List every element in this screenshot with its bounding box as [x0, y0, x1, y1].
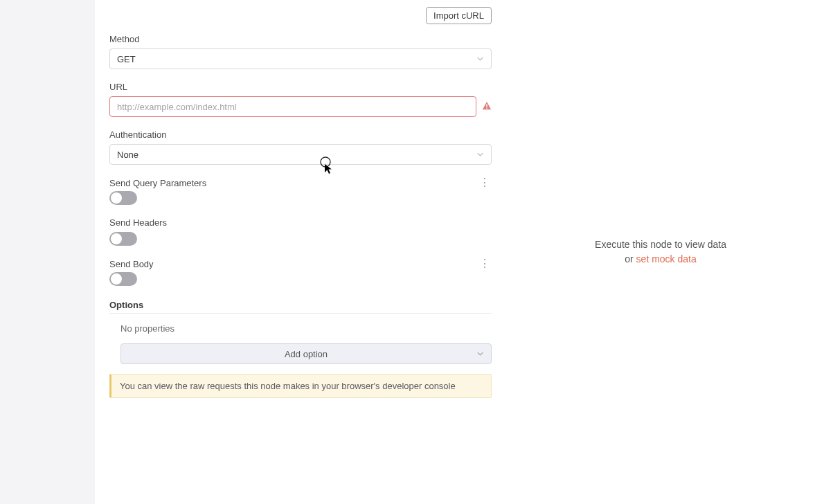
no-properties-text: No properties: [109, 321, 492, 343]
output-or: or: [625, 253, 636, 264]
set-mock-data-link[interactable]: set mock data: [636, 253, 697, 264]
headers-toggle[interactable]: [109, 232, 137, 246]
headers-label: Send Headers: [109, 217, 492, 228]
kebab-icon[interactable]: ⋮: [478, 177, 492, 188]
method-field: Method GET: [109, 34, 492, 69]
svg-rect-0: [486, 104, 487, 107]
chevron-down-icon: [476, 151, 484, 159]
output-line1: Execute this node to view data: [595, 237, 726, 252]
options-header: Options: [109, 300, 492, 314]
body-field: Send Body ⋮: [109, 258, 492, 286]
output-placeholder-text: Execute this node to view data or set mo…: [595, 237, 726, 267]
svg-rect-1: [486, 107, 487, 108]
auth-value: None: [117, 150, 138, 160]
auth-select[interactable]: None: [109, 144, 492, 165]
query-params-field: Send Query Parameters ⋮: [109, 177, 492, 205]
url-input[interactable]: [109, 96, 476, 117]
url-field: URL: [109, 82, 492, 117]
url-label: URL: [109, 82, 492, 92]
method-select[interactable]: GET: [109, 48, 492, 69]
auth-label: Authentication: [109, 129, 492, 140]
hint-banner: You can view the raw requests this node …: [109, 374, 492, 398]
output-panel: Execute this node to view data or set mo…: [506, 0, 815, 504]
method-label: Method: [109, 34, 492, 44]
query-params-toggle[interactable]: [109, 191, 137, 205]
chevron-down-icon: [476, 55, 484, 63]
headers-field: Send Headers: [109, 217, 492, 246]
warning-icon: [482, 101, 492, 113]
import-curl-button[interactable]: Import cURL: [426, 7, 492, 24]
method-value: GET: [117, 54, 136, 64]
query-params-label: Send Query Parameters: [109, 178, 206, 188]
kebab-icon[interactable]: ⋮: [478, 258, 492, 269]
chevron-down-icon: [476, 350, 484, 358]
add-option-label: Add option: [285, 349, 328, 359]
config-panel: Import cURL Method GET URL Authenticatio…: [95, 0, 506, 504]
top-actions: Import cURL: [109, 0, 492, 34]
body-label: Send Body: [109, 259, 154, 269]
auth-field: Authentication None: [109, 129, 492, 165]
body-toggle[interactable]: [109, 272, 137, 286]
add-option-select[interactable]: Add option: [120, 343, 492, 364]
